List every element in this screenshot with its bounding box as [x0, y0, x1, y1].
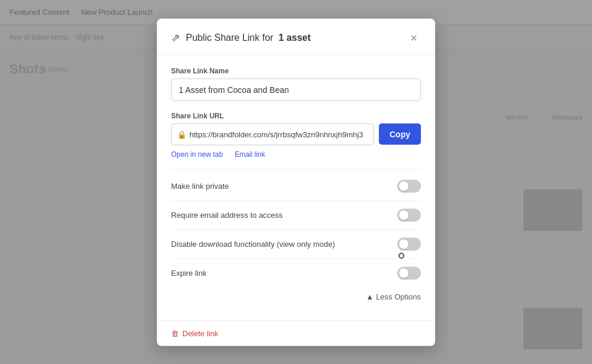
toggle-label-disable-download: Disable download functionality (view onl…	[171, 240, 335, 249]
share-link-name-input[interactable]	[171, 78, 421, 101]
toggle-label-require-email: Require email address to access	[171, 211, 283, 220]
toggle-row-make-private: Make link private	[171, 172, 421, 201]
less-options-row: ▲ Less Options	[171, 287, 421, 308]
share-link-modal: ⇗ Public Share Link for 1 asset × Share …	[157, 18, 435, 346]
toggle-require-email[interactable]	[397, 208, 421, 221]
toggle-label-make-private: Make link private	[171, 182, 229, 191]
toggle-track-require-email	[397, 208, 421, 221]
toggle-row-expire-link: Expire link	[171, 259, 421, 287]
toggle-label-expire-link: Expire link	[171, 269, 207, 278]
delete-link[interactable]: 🗑 Delete link	[171, 328, 218, 337]
modal-title-asset-count: 1 asset	[279, 32, 311, 42]
close-button[interactable]: ×	[407, 30, 421, 44]
modal-header-left: ⇗ Public Share Link for 1 asset	[171, 31, 311, 44]
toggle-make-private[interactable]	[397, 179, 421, 192]
modal-title-prefix: Public Share Link for	[186, 32, 274, 42]
share-link-name-group: Share Link Name	[171, 66, 421, 101]
url-input[interactable]	[171, 123, 374, 145]
less-options-button[interactable]: ▲ Less Options	[366, 292, 421, 301]
modal-body: Share Link Name Share Link URL 🔒 Copy Op…	[157, 54, 435, 320]
toggle-row-require-email: Require email address to access	[171, 201, 421, 230]
toggle-track-make-private	[397, 179, 421, 192]
chevron-up-icon: ▲	[366, 292, 374, 301]
trash-icon: 🗑	[171, 328, 179, 337]
url-row: 🔒 Copy	[171, 123, 421, 145]
toggle-track-expire-link	[397, 266, 421, 279]
open-new-tab-link[interactable]: Open in new tab	[171, 150, 223, 158]
share-link-url-group: Share Link URL 🔒 Copy Open in new tab Em…	[171, 111, 421, 158]
toggle-row-disable-download: Disable download functionality (view onl…	[171, 230, 421, 259]
url-input-wrapper: 🔒	[171, 123, 374, 145]
less-options-label: Less Options	[376, 292, 421, 301]
share-link-url-label: Share Link URL	[171, 111, 421, 120]
share-link-name-label: Share Link Name	[171, 66, 421, 75]
modal-footer: 🗑 Delete link	[157, 320, 435, 346]
toggle-disable-download[interactable]	[397, 237, 421, 250]
share-icon: ⇗	[171, 31, 180, 44]
modal-title: Public Share Link for 1 asset	[186, 32, 311, 43]
toggle-track-disable-download	[397, 237, 421, 250]
modal-header: ⇗ Public Share Link for 1 asset ×	[157, 18, 435, 54]
toggle-expire-link[interactable]	[397, 266, 421, 279]
lock-icon: 🔒	[177, 130, 186, 138]
toggle-section: Make link private Require email address …	[171, 169, 421, 287]
delete-link-label: Delete link	[182, 328, 218, 337]
copy-button[interactable]: Copy	[379, 124, 421, 145]
url-links: Open in new tab Email link	[171, 150, 421, 158]
email-link[interactable]: Email link	[234, 150, 265, 158]
